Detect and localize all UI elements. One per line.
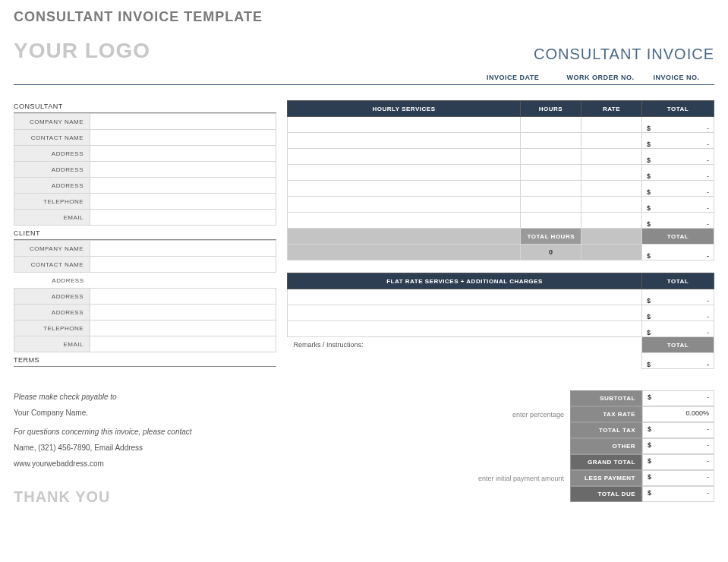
payable-hint: Please make check payable to [14,390,332,403]
hourly-total-cell: $- [642,117,714,133]
summary-row-totaldue: TOTAL DUE $- [433,486,714,502]
summary-value[interactable]: $- [642,438,714,454]
hourly-col-total: TOTAL [642,101,714,117]
consultant-contact-label: CONTACT NAME [14,130,90,146]
consultant-company-value[interactable] [90,114,276,130]
summary-hint [433,390,570,406]
meta-invoice-date: INVOICE DATE [487,74,563,81]
summary-value[interactable]: 0.000% [642,406,714,422]
hourly-hours-cell[interactable] [521,117,581,133]
summary-value: $- [642,422,714,438]
flat-row: $- [288,305,714,321]
flat-rate-table: FLAT RATE SERVICES + ADDITIONAL CHARGES … [287,273,714,369]
logo-placeholder: YOUR LOGO [14,39,150,63]
client-contact-label: CONTACT NAME [14,257,90,273]
flat-total-label: TOTAL [642,337,714,353]
summary-label: LESS PAYMENT [570,470,642,486]
consultant-address3-value[interactable] [90,178,276,194]
hourly-col-services: HOURLY SERVICES [288,101,521,117]
summary-value[interactable]: $- [642,470,714,486]
client-company-value[interactable] [90,241,276,257]
flat-col-total: TOTAL [642,273,714,289]
meta-work-order: WORK ORDER NO. [563,74,638,81]
summary-label: OTHER [570,438,642,454]
consultant-address3-label: ADDRESS [14,178,90,194]
client-telephone-value[interactable] [90,320,276,336]
summary-label: TOTAL TAX [570,422,642,438]
flat-col-services: FLAT RATE SERVICES + ADDITIONAL CHARGES [288,273,642,289]
summary-value: $- [642,486,714,502]
footer-left: Please make check payable to Your Compan… [14,390,332,510]
hourly-total-label: TOTAL [642,229,714,245]
hourly-row: $- [288,117,714,133]
consultant-table: COMPANY NAME CONTACT NAME ADDRESS ADDRES… [14,113,276,226]
consultant-email-label: EMAIL [14,210,90,226]
flat-total-row: Remarks / Instructions: TOTAL [288,337,714,353]
hourly-col-hours: HOURS [521,101,581,117]
hourly-row: $- [288,181,714,197]
summary-row-grandtotal: GRAND TOTAL $- [433,454,714,470]
doc-type: CONSULTANT INVOICE [534,46,714,63]
summary-row-lesspayment: enter initial payment amount LESS PAYMEN… [433,470,714,486]
page-title: CONSULTANT INVOICE TEMPLATE [14,9,714,25]
hourly-row: $- [288,165,714,181]
summary-value: $- [642,390,714,406]
consultant-telephone-value[interactable] [90,194,276,210]
summary-row-other: OTHER $- [433,438,714,454]
thank-you: THANK YOU [14,484,332,510]
flat-grand-total: $- [642,353,714,369]
invoice-meta-row: INVOICE DATE WORK ORDER NO. INVOICE NO. [14,74,714,85]
client-address1-value[interactable] [90,273,276,289]
header-row: YOUR LOGO CONSULTANT INVOICE [14,39,714,63]
consultant-address2-value[interactable] [90,162,276,178]
summary-label: TAX RATE [570,406,642,422]
contact-line: Name, (321) 456-7890, Email Address [14,441,332,454]
total-hours-value: 0 [521,245,581,260]
hourly-service-cell[interactable] [288,117,521,133]
consultant-email-value[interactable] [90,210,276,226]
flat-total-value-row: $- [288,353,714,369]
client-address1-label: ADDRESS [14,273,90,289]
summary-hint: enter percentage [433,406,570,422]
summary-table: SUBTOTAL $- enter percentage TAX RATE 0.… [433,390,714,502]
hourly-services-table: HOURLY SERVICES HOURS RATE TOTAL $- $- $… [287,100,714,260]
client-address3-label: ADDRESS [14,305,90,320]
hourly-grand-total: $- [642,245,714,260]
remarks-label: Remarks / Instructions: [292,338,638,352]
summary-label: TOTAL DUE [570,486,642,502]
summary-hint [433,438,570,454]
hourly-row: $- [288,213,714,229]
questions-hint: For questions concerning this invoice, p… [14,425,332,438]
consultant-telephone-label: TELEPHONE [14,194,90,210]
consultant-header: CONSULTANT [14,100,276,113]
consultant-contact-value[interactable] [90,130,276,146]
summary-row-taxrate: enter percentage TAX RATE 0.000% [433,406,714,422]
client-address3-value[interactable] [90,305,276,320]
flat-row: $- [288,321,714,337]
total-hours-label: TOTAL HOURS [521,229,581,245]
client-email-value[interactable] [90,336,276,352]
client-email-label: EMAIL [14,336,90,352]
client-header: CLIENT [14,227,276,240]
hourly-rate-cell[interactable] [581,117,642,133]
hourly-row: $- [288,197,714,213]
client-contact-value[interactable] [90,257,276,273]
meta-invoice-no: INVOICE NO. [638,74,714,81]
hourly-row: $- [288,149,714,165]
terms-header: TERMS [14,354,276,367]
consultant-address2-label: ADDRESS [14,162,90,178]
consultant-address1-value[interactable] [90,146,276,162]
flat-total-cell: $- [642,289,714,305]
client-address2-value[interactable] [90,289,276,305]
consultant-address1-label: ADDRESS [14,146,90,162]
flat-service-cell[interactable] [288,289,642,305]
client-telephone-label: TELEPHONE [14,320,90,336]
client-table: COMPANY NAME CONTACT NAME ADDRESS ADDRES… [14,240,276,352]
web-line: www.yourwebaddress.com [14,457,332,470]
client-company-label: COMPANY NAME [14,241,90,257]
summary-hint [433,454,570,470]
consultant-company-label: COMPANY NAME [14,114,90,130]
company-name-line: Your Company Name. [14,406,332,419]
summary-hint: enter initial payment amount [433,470,570,486]
summary-label: SUBTOTAL [570,390,642,406]
